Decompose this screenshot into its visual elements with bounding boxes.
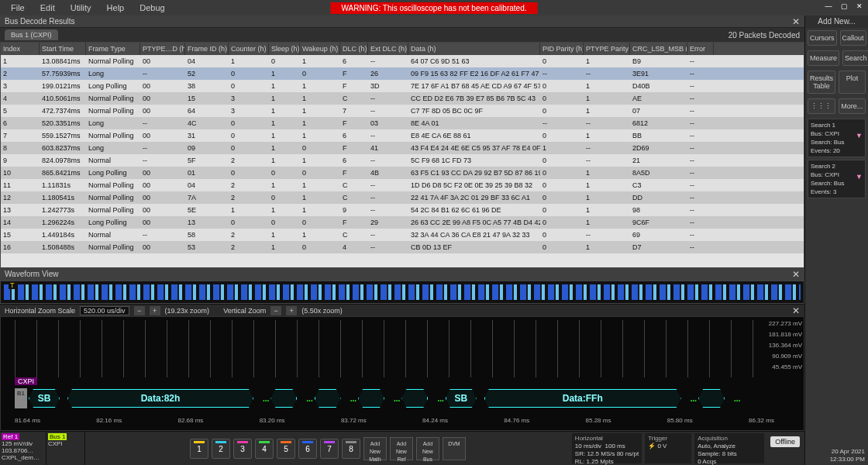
column-header[interactable]: Frame Type — [86, 43, 140, 55]
channel-button-4[interactable]: 4 — [255, 439, 274, 459]
decoded-frame[interactable] — [358, 389, 384, 408]
zoom-in-icon[interactable]: + — [150, 306, 160, 315]
column-header[interactable]: Sleep (h) — [269, 43, 300, 55]
ref-panel[interactable]: Ref 1 125 mV/div 103.8706… CXPL_dem… — [0, 432, 46, 465]
column-header[interactable]: Start Time — [40, 43, 86, 55]
right-button[interactable]: Results Table — [808, 71, 835, 94]
channel-button-8[interactable]: 8 — [342, 439, 360, 459]
column-header[interactable]: DLC (h) — [340, 43, 368, 55]
add-button[interactable]: DVM — [443, 437, 466, 460]
decoded-frame[interactable] — [698, 389, 725, 408]
hzoom-value[interactable]: 520.00 us/div — [80, 306, 129, 315]
table-row[interactable]: 257.75939msLong--52010F2609 F9 15 63 82 … — [1, 67, 804, 80]
table-row[interactable]: 8603.8237msLong--09010F4143 F4 E4 24 4E … — [1, 142, 804, 154]
window-max-icon[interactable]: ▢ — [839, 2, 849, 11]
chevron-down-icon[interactable]: ▼ — [856, 132, 863, 140]
add-button[interactable]: AddNewRef — [390, 437, 413, 460]
add-button[interactable]: AddNewBus — [416, 437, 439, 460]
column-header[interactable]: Ext DLC (h) — [368, 43, 408, 55]
table-row[interactable]: 151.449184sNormal--58211C--32 3A 44 CA 3… — [1, 229, 804, 241]
decoded-frame[interactable]: Data:82h — [67, 389, 253, 408]
datetime: 20 Apr 2021 12:33:00 PM — [830, 448, 865, 463]
warning-banner: WARNING: This oscilloscope has not been … — [331, 2, 538, 14]
column-header[interactable]: Data (h) — [408, 43, 540, 55]
zoom-out-icon[interactable]: − — [270, 306, 281, 315]
close-icon[interactable]: ✕ — [792, 268, 800, 281]
channel-button-5[interactable]: 5 — [277, 439, 295, 459]
ref-tab[interactable]: Ref 1 — [2, 433, 19, 440]
right-button[interactable]: More... — [839, 98, 866, 114]
column-header[interactable]: PID Parity (h) — [540, 43, 584, 55]
decoded-frame[interactable] — [270, 389, 297, 408]
right-button[interactable]: Plot — [839, 71, 866, 94]
column-header[interactable]: Index — [1, 43, 40, 55]
menu-utility[interactable]: Utility — [66, 2, 96, 14]
right-button[interactable]: ⋮⋮⋮ — [808, 98, 835, 114]
table-row[interactable]: 5472.7374msNormal Polling00643117--C7 7F… — [1, 105, 804, 117]
menu-debug[interactable]: Debug — [135, 2, 169, 14]
channel-button-3[interactable]: 3 — [233, 439, 252, 459]
chevron-down-icon[interactable]: ▼ — [856, 173, 863, 181]
bus-footer-tab[interactable]: Bus 1 — [48, 433, 67, 440]
zoom-out-icon[interactable]: − — [134, 306, 145, 315]
menu-help[interactable]: Help — [102, 2, 129, 14]
table-row[interactable]: 10865.8421msLong Polling0001000F4B63 F5 … — [1, 167, 804, 179]
table-row[interactable]: 161.508488sNormal Polling00532104--CB 0D… — [1, 241, 804, 253]
bus-tab[interactable]: Bus 1 (CXPI) — [5, 29, 58, 40]
table-row[interactable]: 3199.0121msLong Polling0038011F3D7E 17 6… — [1, 80, 804, 92]
acquisition-info[interactable]: Acquisition Auto, Analyze Sample: 8 bits… — [694, 433, 764, 463]
column-header[interactable]: Error — [687, 43, 714, 55]
bus-badge[interactable]: B1 — [15, 388, 27, 408]
hzoom-factor: (19.23x zoom) — [165, 307, 210, 315]
table-row[interactable]: 111.11831sNormal Polling0004211C--1D D6 … — [1, 179, 804, 191]
table-row[interactable]: 9824.0978msNormal--5F2116--5C F9 68 1C F… — [1, 154, 804, 167]
edge-icon: ⚡ — [648, 443, 656, 450]
right-button[interactable]: Callout — [840, 30, 866, 46]
trigger-info[interactable]: Trigger ⚡ 0 V — [645, 433, 691, 463]
channel-button-6[interactable]: 6 — [298, 439, 317, 459]
decode-results-header: Bus Decode Results ✕ — [0, 16, 804, 28]
column-header[interactable]: PTYPE Parity (h) — [584, 43, 630, 55]
column-header[interactable]: CRC_LSB_MSB (h) — [630, 43, 687, 55]
table-row[interactable]: 6520.3351msLong--4C011F038E 4A 01----681… — [1, 117, 804, 129]
right-button[interactable]: Cursors — [808, 30, 837, 46]
column-header[interactable]: PTYPE…D (h) — [140, 43, 185, 55]
menu-edit[interactable]: Edit — [36, 2, 60, 14]
table-row[interactable]: 113.08841msNormal Polling00041016--64 07… — [1, 55, 804, 67]
close-icon[interactable]: ✕ — [792, 16, 800, 27]
channel-button-2[interactable]: 2 — [212, 439, 230, 459]
decoded-frame[interactable] — [401, 389, 428, 408]
right-panel: Add New... CursorsCalloutMeasureSearchRe… — [804, 16, 868, 465]
offline-badge[interactable]: Offline — [770, 436, 800, 447]
column-header[interactable]: Counter (h) — [229, 43, 269, 55]
close-icon[interactable]: ✕ — [792, 305, 800, 316]
column-header[interactable]: Frame ID (h) — [185, 43, 229, 55]
decoded-frame[interactable] — [315, 389, 341, 408]
table-row[interactable]: 131.242773sNormal Polling005E1119--54 2C… — [1, 204, 804, 216]
right-button[interactable]: Search — [842, 50, 868, 66]
add-button[interactable]: AddNewMath — [363, 437, 387, 460]
waveform-main[interactable]: 227.273 mV181.818 mV136.364 mV90.909 mV4… — [0, 316, 804, 431]
window-min-icon[interactable]: — — [823, 2, 834, 11]
bus-panel[interactable]: Bus 1 CXPI — [46, 432, 85, 465]
window-close-icon[interactable]: ✕ — [854, 2, 865, 11]
decoded-frame[interactable]: SB — [29, 389, 60, 408]
column-header[interactable]: Wakeup (h) — [300, 43, 340, 55]
right-button[interactable]: Measure — [808, 50, 839, 66]
hzoom-label: Horizontal Zoom Scale — [5, 307, 75, 315]
channel-button-1[interactable]: 1 — [190, 439, 208, 459]
table-row[interactable]: 141.296224sLong Polling0013000F2926 63 C… — [1, 216, 804, 229]
table-row[interactable]: 7559.1527msNormal Polling00310116--E8 4E… — [1, 129, 804, 142]
zoom-in-icon[interactable]: + — [286, 306, 297, 315]
search-summary[interactable]: Search 1Bus: CXPISearch: BusEvents: 20▼ — [808, 119, 866, 157]
waveform-section: Waveform View ✕ T Horizontal Zoom Scale … — [0, 268, 804, 431]
menu-file[interactable]: File — [6, 2, 29, 14]
decoded-frame[interactable]: Data:FFh — [484, 389, 681, 408]
horizontal-info[interactable]: Horizontal 10 ms/div 100 ms SR: 12.5 MS/… — [572, 433, 642, 463]
table-row[interactable]: 121.180541sNormal Polling007A201C--22 41… — [1, 191, 804, 204]
decoded-frame[interactable]: SB — [446, 389, 477, 408]
waveform-overview[interactable]: T — [0, 281, 804, 304]
table-row[interactable]: 4410.5061msNormal Polling0015311C--CC ED… — [1, 92, 804, 105]
channel-button-7[interactable]: 7 — [320, 439, 339, 459]
search-summary[interactable]: Search 2Bus: CXPISearch: BusEvents: 3▼ — [808, 160, 866, 198]
